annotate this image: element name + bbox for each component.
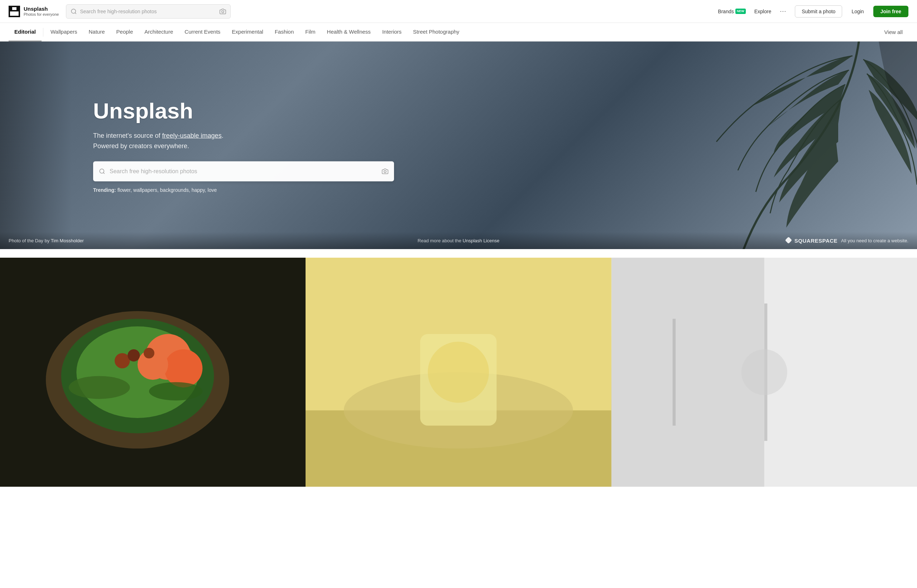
hero-subtitle: The internet's source of freely-usable i… xyxy=(93,131,394,151)
cat-street-photography[interactable]: Street Photography xyxy=(407,23,465,42)
photo-credit-by: by xyxy=(44,238,50,243)
nav-more-button[interactable]: ··· xyxy=(780,8,786,15)
cat-wallpapers[interactable]: Wallpapers xyxy=(45,23,83,42)
trending-wallpapers[interactable]: wallpapers xyxy=(133,187,157,192)
photo-3-preview xyxy=(611,258,917,487)
hero-shadow xyxy=(0,42,72,249)
logo-tagline: Photos for everyone xyxy=(24,12,59,17)
photo-card-3[interactable] xyxy=(611,258,917,487)
svg-point-12 xyxy=(164,349,203,388)
svg-point-17 xyxy=(128,349,140,362)
hero-subtitle-end: . xyxy=(222,132,224,139)
cat-current-events[interactable]: Current Events xyxy=(179,23,226,42)
nav-brands[interactable]: Brands New xyxy=(718,8,745,14)
trending-flower[interactable]: flower xyxy=(118,187,131,192)
hero-content: Unsplash The internet's source of freely… xyxy=(93,98,394,193)
cat-fashion[interactable]: Fashion xyxy=(269,23,300,42)
svg-point-18 xyxy=(144,348,154,359)
join-free-button[interactable]: Join free xyxy=(873,6,909,17)
svg-point-15 xyxy=(149,382,203,401)
hero-subtitle-link[interactable]: freely-usable images xyxy=(162,132,222,139)
hero-search-input[interactable] xyxy=(110,168,377,174)
brands-new-badge: New xyxy=(736,8,746,14)
header-visual-search-icon[interactable] xyxy=(220,8,226,15)
cat-divider xyxy=(43,28,43,37)
hero-sponsor: SQUARESPACE All you need to create a web… xyxy=(785,237,909,244)
submit-photo-button[interactable]: Submit a photo xyxy=(795,5,842,18)
nav-brands-label: Brands xyxy=(718,8,734,14)
svg-rect-2 xyxy=(10,11,19,16)
photo-card-3-image xyxy=(611,258,917,487)
svg-rect-25 xyxy=(611,258,765,487)
squarespace-logo: SQUARESPACE xyxy=(785,237,838,244)
hero-trending: Trending: flower, wallpapers, background… xyxy=(93,187,394,192)
photo-card-2-image xyxy=(306,258,611,487)
svg-point-29 xyxy=(741,349,787,395)
cat-health-wellness[interactable]: Health & Wellness xyxy=(321,23,376,42)
hero-palm-decoration xyxy=(680,42,917,249)
cat-architecture[interactable]: Architecture xyxy=(139,23,179,42)
header-search-container xyxy=(66,4,231,19)
header-nav: Brands New Explore ··· xyxy=(718,8,786,15)
photo-1-preview xyxy=(0,258,306,487)
site-header: Unsplash Photos for everyone Brands New … xyxy=(0,0,917,23)
hero-footer: Photo of the Day by Tim Mossholder Read … xyxy=(0,232,917,249)
license-link[interactable]: Unsplash License xyxy=(463,238,500,243)
hero-visual-search-icon[interactable] xyxy=(382,168,388,174)
trending-love[interactable]: love xyxy=(208,187,217,192)
hero-subtitle-line2: Powered by creators everywhere. xyxy=(93,142,189,150)
cat-people[interactable]: People xyxy=(111,23,139,42)
squarespace-name: SQUARESPACE xyxy=(794,237,838,244)
cat-film[interactable]: Film xyxy=(300,23,321,42)
hero-search-bar xyxy=(93,161,394,181)
header-search-icon xyxy=(71,8,77,15)
svg-point-4 xyxy=(222,10,224,13)
svg-point-6 xyxy=(384,170,386,173)
cat-experimental[interactable]: Experimental xyxy=(226,23,269,42)
photo-grid xyxy=(0,249,917,487)
photo-card-1[interactable] xyxy=(0,258,306,487)
hero-section: Unsplash The internet's source of freely… xyxy=(0,42,917,249)
trending-happy[interactable]: happy xyxy=(192,187,205,192)
login-button[interactable]: Login xyxy=(846,6,868,17)
photo-credit-prefix: Photo of the Day xyxy=(8,238,43,243)
category-nav: Editorial Wallpapers Nature People Archi… xyxy=(0,23,917,42)
hero-subtitle-plain: The internet's source of xyxy=(93,132,162,139)
svg-point-23 xyxy=(428,342,489,403)
trending-label: Trending: xyxy=(93,187,116,192)
logo-link[interactable]: Unsplash Photos for everyone xyxy=(8,6,59,17)
hero-title: Unsplash xyxy=(93,98,394,123)
svg-rect-27 xyxy=(672,319,676,426)
photo-credit: Photo of the Day by Tim Mossholder xyxy=(8,238,84,243)
trending-backgrounds[interactable]: backgrounds xyxy=(160,187,189,192)
svg-rect-1 xyxy=(12,7,16,10)
nav-explore[interactable]: Explore xyxy=(754,8,771,14)
cat-nature[interactable]: Nature xyxy=(83,23,111,42)
hero-license: Read more about the Unsplash License xyxy=(418,238,499,243)
nav-explore-label: Explore xyxy=(754,8,771,14)
photo-credit-author[interactable]: Tim Mossholder xyxy=(51,238,84,243)
svg-point-14 xyxy=(69,376,130,399)
squarespace-icon xyxy=(785,237,792,244)
cat-editorial[interactable]: Editorial xyxy=(8,23,42,42)
hero-search-icon xyxy=(99,168,105,174)
photo-card-1-image xyxy=(0,258,306,487)
unsplash-logo-icon xyxy=(8,6,20,17)
svg-point-3 xyxy=(72,9,76,13)
header-search-input[interactable] xyxy=(80,8,217,14)
license-prefix: Read more about the xyxy=(418,238,462,243)
svg-point-5 xyxy=(100,169,104,173)
photo-2-preview xyxy=(306,258,611,487)
header-actions: Submit a photo Login Join free xyxy=(795,5,909,18)
photo-card-2[interactable] xyxy=(306,258,611,487)
cat-interiors[interactable]: Interiors xyxy=(376,23,407,42)
view-all-link[interactable]: View all xyxy=(879,29,909,35)
logo-name: Unsplash xyxy=(24,6,59,12)
svg-rect-26 xyxy=(764,258,917,487)
sponsor-text: All you need to create a website. xyxy=(841,238,909,243)
